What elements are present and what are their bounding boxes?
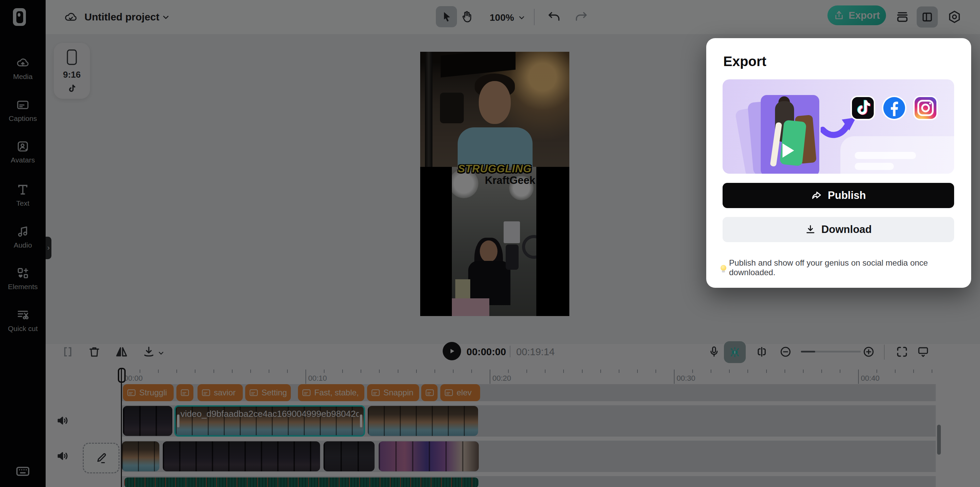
instagram-icon <box>915 97 936 119</box>
placeholder-bar <box>855 152 916 159</box>
publish-button-label: Publish <box>828 189 866 202</box>
play-triangle-icon <box>783 143 794 158</box>
export-tip-text: Publish and show off your genius on soci… <box>729 258 959 277</box>
export-modal-title: Export <box>723 54 767 69</box>
download-button-label: Download <box>821 223 872 236</box>
export-illustration <box>722 80 954 174</box>
lightbulb-icon <box>721 265 726 271</box>
publish-icon <box>811 190 822 201</box>
download-button[interactable]: Download <box>722 217 954 242</box>
export-tip: Publish and show off your genius on soci… <box>721 258 959 277</box>
facebook-icon <box>883 97 905 119</box>
tiktok-icon <box>852 97 874 119</box>
export-modal: Export <box>706 38 971 288</box>
app-window: Untitled project 100% Export <box>0 0 980 487</box>
publish-button[interactable]: Publish <box>722 183 954 208</box>
illustration-video-card <box>761 95 819 174</box>
placeholder-bar <box>855 163 894 170</box>
download-icon <box>805 224 816 235</box>
